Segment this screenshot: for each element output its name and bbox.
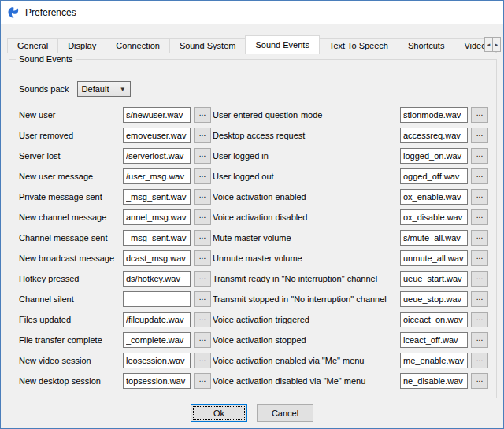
group-title: Sound Events xyxy=(16,54,76,64)
sound-event-row: Transmit stopped in "No interruption" ch… xyxy=(213,289,488,309)
browse-button[interactable]: ... xyxy=(471,209,488,225)
sound-file-input[interactable] xyxy=(400,332,468,348)
tab-sound-system[interactable]: Sound System xyxy=(169,38,246,53)
ok-button[interactable]: Ok xyxy=(191,404,247,422)
sound-file-input[interactable] xyxy=(123,148,191,164)
tab-text-to-speech[interactable]: Text To Speech xyxy=(319,38,398,53)
sound-file-input[interactable] xyxy=(400,168,468,184)
sound-file-input[interactable] xyxy=(123,271,191,287)
sound-file-input[interactable] xyxy=(123,291,191,307)
sound-event-label: Voice activation stopped xyxy=(213,335,397,345)
sound-file-input[interactable] xyxy=(123,373,191,389)
sound-file-input[interactable] xyxy=(400,230,468,246)
sound-event-row: Voice activation disabled via "Me" menu.… xyxy=(213,371,488,391)
browse-button[interactable]: ... xyxy=(471,107,488,123)
browse-button[interactable]: ... xyxy=(471,291,488,307)
sound-file-input[interactable] xyxy=(400,250,468,266)
browse-button[interactable]: ... xyxy=(471,373,488,389)
browse-button[interactable]: ... xyxy=(471,312,488,327)
browse-button[interactable]: ... xyxy=(471,148,488,164)
browse-button[interactable]: ... xyxy=(194,291,211,307)
sound-file-input[interactable] xyxy=(123,353,191,368)
browse-button[interactable]: ... xyxy=(471,189,488,205)
browse-button[interactable]: ... xyxy=(194,332,211,348)
sound-events-group: Sound Events Sounds pack Default ▼ New u… xyxy=(9,54,497,398)
tab-scroll-right-icon[interactable]: ► xyxy=(492,37,501,52)
browse-button[interactable]: ... xyxy=(194,209,211,225)
sound-event-label: New video session xyxy=(19,356,120,365)
sound-file-input[interactable] xyxy=(123,168,191,184)
tab-bar: GeneralDisplayConnectionSound SystemSoun… xyxy=(7,35,496,53)
sound-event-label: Channel silent xyxy=(19,294,120,304)
sound-event-row: Channel silent... xyxy=(19,289,216,309)
sound-file-input[interactable] xyxy=(123,209,191,225)
sound-file-input[interactable] xyxy=(123,107,191,123)
sound-event-row: Voice activation enabled... xyxy=(213,187,488,207)
sound-event-row: New user... xyxy=(19,105,216,125)
sound-event-row: User logged out... xyxy=(213,166,488,187)
sound-file-input[interactable] xyxy=(400,148,468,164)
sound-file-input[interactable] xyxy=(123,128,191,143)
browse-button[interactable]: ... xyxy=(194,168,211,184)
browse-button[interactable]: ... xyxy=(194,128,211,143)
sound-file-input[interactable] xyxy=(400,312,468,327)
sound-file-input[interactable] xyxy=(400,271,468,287)
tab-scroll-control: ◄ ► xyxy=(484,37,501,52)
sound-event-row: Voice activation enabled via "Me" menu..… xyxy=(213,350,488,371)
sound-file-input[interactable] xyxy=(400,107,468,123)
browse-button[interactable]: ... xyxy=(471,250,488,266)
browse-button[interactable]: ... xyxy=(194,148,211,164)
sound-file-input[interactable] xyxy=(400,291,468,307)
sounds-pack-label: Sounds pack xyxy=(19,84,69,94)
browse-button[interactable]: ... xyxy=(194,250,211,266)
sound-file-input[interactable] xyxy=(400,353,468,368)
browse-button[interactable]: ... xyxy=(471,128,488,143)
sound-event-label: Desktop access request xyxy=(213,131,397,140)
sound-file-input[interactable] xyxy=(123,250,191,266)
preferences-window: Preferences GeneralDisplayConnectionSoun… xyxy=(0,0,504,429)
sound-events-column-right: User entered question-mode...Desktop acc… xyxy=(213,105,488,391)
sound-file-input[interactable] xyxy=(123,332,191,348)
sound-event-row: New video session... xyxy=(19,350,216,371)
sound-file-input[interactable] xyxy=(123,312,191,327)
cancel-button[interactable]: Cancel xyxy=(257,404,313,422)
tab-sound-events[interactable]: Sound Events xyxy=(245,35,320,54)
browse-button[interactable]: ... xyxy=(471,168,488,184)
sound-event-row: New channel message... xyxy=(19,207,216,227)
sound-file-input[interactable] xyxy=(123,230,191,246)
sound-event-row: Voice activation disabled... xyxy=(213,207,488,227)
browse-button[interactable]: ... xyxy=(471,332,488,348)
sound-event-label: Transmit ready in "No interruption" chan… xyxy=(213,274,397,283)
sound-file-input[interactable] xyxy=(400,128,468,143)
browse-button[interactable]: ... xyxy=(194,312,211,327)
sound-event-label: Mute master volume xyxy=(213,233,397,242)
tab-general[interactable]: General xyxy=(7,38,58,53)
sound-event-row: Desktop access request... xyxy=(213,125,488,146)
browse-button[interactable]: ... xyxy=(471,230,488,246)
sounds-pack-select[interactable]: Default ▼ xyxy=(77,81,131,97)
sound-event-row: Hotkey pressed... xyxy=(19,268,216,289)
browse-button[interactable]: ... xyxy=(471,353,488,368)
sound-event-row: New desktop session... xyxy=(19,371,216,391)
titlebar: Preferences xyxy=(1,1,503,24)
sound-file-input[interactable] xyxy=(400,209,468,225)
browse-button[interactable]: ... xyxy=(194,107,211,123)
sound-event-label: Transmit stopped in "No interruption" ch… xyxy=(213,294,397,304)
sound-file-input[interactable] xyxy=(123,189,191,205)
sound-file-input[interactable] xyxy=(400,189,468,205)
tab-display[interactable]: Display xyxy=(57,38,106,53)
browse-button[interactable]: ... xyxy=(194,230,211,246)
sound-event-label: New user xyxy=(19,110,120,120)
sound-event-label: New desktop session xyxy=(19,376,120,386)
browse-button[interactable]: ... xyxy=(194,189,211,205)
sound-file-input[interactable] xyxy=(400,373,468,389)
browse-button[interactable]: ... xyxy=(471,271,488,287)
tab-shortcuts[interactable]: Shortcuts xyxy=(398,38,454,53)
browse-button[interactable]: ... xyxy=(194,353,211,368)
browse-button[interactable]: ... xyxy=(194,373,211,389)
sound-event-row: User logged in... xyxy=(213,146,488,166)
tab-connection[interactable]: Connection xyxy=(106,38,170,53)
sound-event-row: User entered question-mode... xyxy=(213,105,488,125)
sound-event-label: New channel message xyxy=(19,213,120,222)
browse-button[interactable]: ... xyxy=(194,271,211,287)
